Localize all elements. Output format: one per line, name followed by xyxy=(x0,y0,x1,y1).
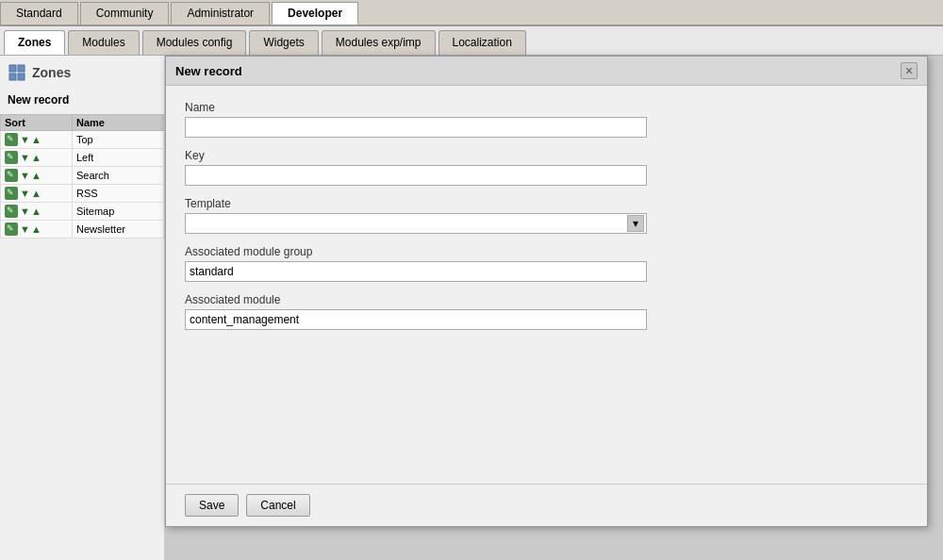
sub-navigation: Zones Modules Modules config Widgets Mod… xyxy=(0,26,943,56)
edit-icon[interactable] xyxy=(5,222,18,236)
row-name-cell[interactable]: Newsletter xyxy=(73,221,164,239)
sidebar-table: Sort Name ▼ ▲ Top xyxy=(0,114,164,239)
row-name-cell[interactable]: RSS xyxy=(73,185,164,203)
edit-icon[interactable] xyxy=(5,133,18,146)
sidebar-header: Zones xyxy=(0,56,164,90)
sort-up-arrow[interactable]: ▲ xyxy=(31,135,41,145)
modal-footer: Save Cancel xyxy=(166,484,927,526)
svg-rect-0 xyxy=(9,65,16,72)
associated-module-group-input[interactable] xyxy=(185,261,647,282)
sort-down-arrow[interactable]: ▼ xyxy=(20,171,30,181)
row-sort-cell: ▼ ▲ xyxy=(1,185,73,203)
new-record-modal: New record × Name Key xyxy=(165,56,928,527)
row-name-cell[interactable]: Sitemap xyxy=(73,203,164,221)
sub-nav-tab-modules-exp-imp[interactable]: Modules exp/imp xyxy=(322,30,436,55)
row-name-cell[interactable]: Top xyxy=(73,131,164,149)
name-label: Name xyxy=(185,101,908,114)
template-select-wrapper: ▾ xyxy=(185,213,647,234)
modal-body: Name Key Template xyxy=(166,86,927,484)
name-field-group: Name xyxy=(185,101,908,138)
row-name-cell[interactable]: Search xyxy=(73,167,164,185)
row-sort-cell: ▼ ▲ xyxy=(1,203,73,221)
sort-arrows: ▼ ▲ xyxy=(20,189,41,199)
associated-module-input[interactable] xyxy=(185,309,647,330)
sort-arrows: ▼ ▲ xyxy=(20,171,41,181)
top-nav-tab-developer[interactable]: Developer xyxy=(272,2,358,25)
sub-nav-tab-modules[interactable]: Modules xyxy=(68,30,139,55)
template-select[interactable] xyxy=(186,214,646,233)
zones-icon xyxy=(8,63,26,82)
sort-up-arrow[interactable]: ▲ xyxy=(31,224,41,235)
row-sort-cell: ▼ ▲ xyxy=(1,167,73,185)
row-sort-cell: ▼ ▲ xyxy=(1,131,73,149)
table-row: ▼ ▲ Newsletter xyxy=(1,221,164,239)
table-row: ▼ ▲ RSS xyxy=(1,185,164,203)
sidebar-title: Zones xyxy=(32,65,71,80)
sort-down-arrow[interactable]: ▼ xyxy=(20,206,30,217)
sort-up-arrow[interactable]: ▲ xyxy=(31,189,41,199)
top-nav-tab-community[interactable]: Community xyxy=(80,2,170,25)
sidebar-new-record-label: New record xyxy=(0,90,164,114)
sub-nav-tab-modules-config[interactable]: Modules config xyxy=(142,30,247,55)
main-area: Zones New record Sort Name ▼ ▲ xyxy=(0,56,943,560)
edit-icon[interactable] xyxy=(5,151,18,164)
sort-up-arrow[interactable]: ▲ xyxy=(31,171,41,181)
sort-down-arrow[interactable]: ▼ xyxy=(20,135,30,145)
row-name-cell[interactable]: Left xyxy=(73,149,164,167)
edit-icon[interactable] xyxy=(5,205,18,218)
associated-module-group-label: Associated module group xyxy=(185,245,908,258)
key-label: Key xyxy=(185,149,908,162)
modal-title: New record xyxy=(175,64,242,78)
sort-down-arrow[interactable]: ▼ xyxy=(20,153,30,163)
svg-rect-2 xyxy=(9,74,16,80)
content-area: New record × Name Key xyxy=(165,56,943,560)
sort-arrows: ▼ ▲ xyxy=(20,135,41,145)
col-header-name: Name xyxy=(73,115,164,131)
key-input[interactable] xyxy=(185,165,647,186)
sub-nav-tab-widgets[interactable]: Widgets xyxy=(249,30,318,55)
sort-up-arrow[interactable]: ▲ xyxy=(31,153,41,163)
sidebar: Zones New record Sort Name ▼ ▲ xyxy=(0,56,165,560)
key-field-group: Key xyxy=(185,149,908,186)
edit-icon[interactable] xyxy=(5,187,18,200)
sort-up-arrow[interactable]: ▲ xyxy=(31,206,41,217)
associated-module-label: Associated module xyxy=(185,293,908,306)
sort-down-arrow[interactable]: ▼ xyxy=(20,189,30,199)
save-button[interactable]: Save xyxy=(185,494,239,517)
row-sort-cell: ▼ ▲ xyxy=(1,221,73,239)
svg-rect-1 xyxy=(18,65,25,72)
modal-overlay: New record × Name Key xyxy=(165,56,943,560)
sort-arrows: ▼ ▲ xyxy=(20,206,41,217)
table-row: ▼ ▲ Search xyxy=(1,167,164,185)
sub-nav-tab-localization[interactable]: Localization xyxy=(438,30,526,55)
name-input[interactable] xyxy=(185,117,647,138)
sort-arrows: ▼ ▲ xyxy=(20,153,41,163)
cancel-button[interactable]: Cancel xyxy=(246,494,309,517)
template-label: Template xyxy=(185,197,908,210)
top-nav-tab-administrator[interactable]: Administrator xyxy=(171,2,270,25)
sort-arrows: ▼ ▲ xyxy=(20,224,41,235)
top-navigation: Standard Community Administrator Develop… xyxy=(0,0,943,26)
associated-module-group-field-group: Associated module group xyxy=(185,245,908,282)
modal-header: New record × xyxy=(166,57,927,86)
table-row: ▼ ▲ Top xyxy=(1,131,164,149)
table-row: ▼ ▲ Left xyxy=(1,149,164,167)
top-nav-tab-standard[interactable]: Standard xyxy=(0,2,78,25)
sub-nav-tab-zones[interactable]: Zones xyxy=(4,30,65,55)
associated-module-field-group: Associated module xyxy=(185,293,908,330)
svg-rect-3 xyxy=(18,74,25,80)
edit-icon[interactable] xyxy=(5,169,18,182)
template-field-group: Template ▾ xyxy=(185,197,908,234)
row-sort-cell: ▼ ▲ xyxy=(1,149,73,167)
modal-close-button[interactable]: × xyxy=(901,62,918,79)
table-row: ▼ ▲ Sitemap xyxy=(1,203,164,221)
sort-down-arrow[interactable]: ▼ xyxy=(20,224,30,235)
col-header-sort: Sort xyxy=(1,115,73,131)
